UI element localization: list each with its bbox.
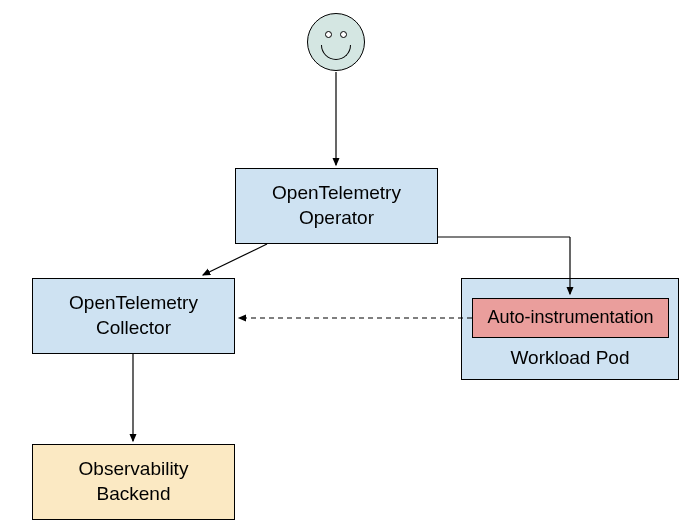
auto-instrumentation-label: Auto-instrumentation [487,306,653,329]
svg-line-1 [203,244,267,275]
auto-instrumentation-node: Auto-instrumentation [472,298,669,338]
backend-node: Observability Backend [32,444,235,520]
collector-node: OpenTelemetry Collector [32,278,235,354]
operator-node: OpenTelemetry Operator [235,168,438,244]
user-icon [307,13,365,71]
backend-label: Observability Backend [39,457,228,506]
collector-label: OpenTelemetry Collector [39,291,228,340]
operator-label: OpenTelemetry Operator [242,181,431,230]
workload-pod-label: Workload Pod [511,346,630,371]
